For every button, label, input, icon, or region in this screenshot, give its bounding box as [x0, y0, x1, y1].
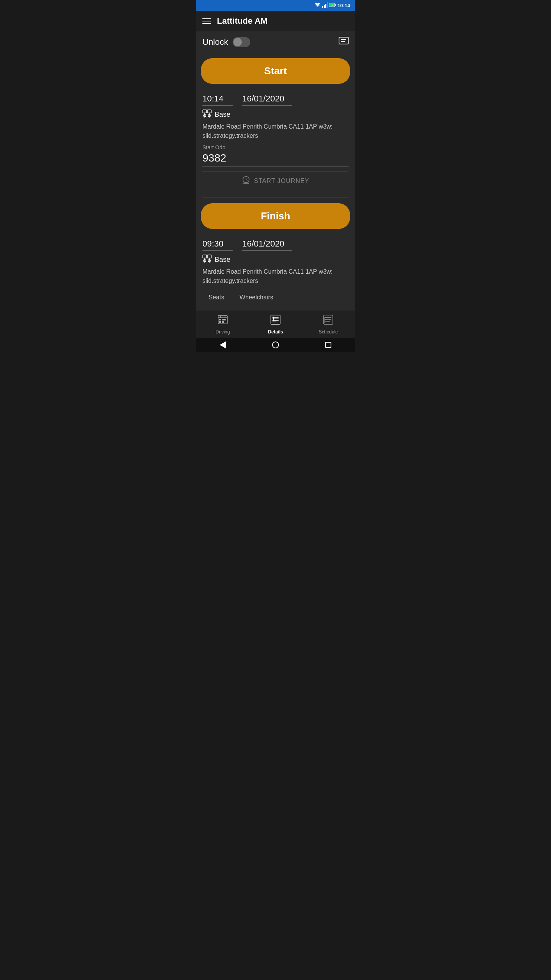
svg-rect-1	[322, 6, 323, 8]
svg-rect-12	[203, 110, 207, 113]
unlock-toggle[interactable]	[233, 37, 250, 47]
svg-rect-47	[324, 315, 333, 324]
divider-1	[202, 198, 349, 198]
finish-button[interactable]: Finish	[201, 203, 350, 229]
nav-label-driving: Driving	[215, 329, 230, 335]
battery-icon: ⚡	[329, 2, 336, 8]
nav-label-details: Details	[268, 329, 283, 335]
svg-line-20	[246, 180, 247, 180]
start-address: Mardale Road Penrith Cumbria CA11 1AP w3…	[202, 122, 349, 140]
svg-rect-37	[219, 321, 221, 323]
android-back-button[interactable]	[220, 341, 226, 348]
nav-item-driving[interactable]: Driving	[196, 314, 249, 335]
android-nav-bar	[196, 338, 355, 352]
odo-label: Start Odo	[202, 144, 349, 150]
status-bar: ⚡ 10:14	[196, 0, 355, 11]
nav-label-schedule: Schedule	[319, 329, 338, 335]
finish-time-date-row: 09:30 16/01/2020	[202, 239, 349, 251]
start-time: 10:14	[202, 94, 233, 106]
finish-date: 16/01/2020	[242, 239, 292, 251]
finish-address: Mardale Road Penrith Cumbria CA11 1AP w3…	[202, 267, 349, 286]
wheelchairs-label: Wheelchairs	[240, 294, 273, 301]
svg-rect-35	[222, 319, 224, 320]
bottom-nav: Driving Details	[196, 310, 355, 338]
odo-value: 9382	[202, 152, 349, 167]
finish-location-label: Base	[215, 256, 230, 264]
start-date: 16/01/2020	[242, 94, 292, 106]
android-home-button[interactable]	[272, 341, 279, 348]
svg-rect-4	[327, 2, 328, 8]
driving-icon	[217, 314, 228, 328]
svg-text:⚡: ⚡	[331, 4, 334, 7]
start-time-date-row: 10:14 16/01/2020	[202, 94, 349, 106]
start-location-icon	[202, 109, 212, 120]
svg-rect-34	[219, 319, 221, 320]
signal-icon	[322, 2, 328, 9]
android-recents-button[interactable]	[325, 342, 331, 348]
hamburger-line-1	[202, 18, 211, 19]
schedule-icon	[323, 314, 334, 328]
svg-rect-39	[271, 315, 280, 324]
toggle-knob	[233, 38, 242, 46]
svg-rect-36	[224, 319, 226, 320]
hamburger-menu[interactable]	[202, 18, 211, 24]
unlock-left: Unlock	[202, 37, 250, 47]
svg-rect-3	[325, 4, 326, 8]
message-icon[interactable]	[339, 37, 349, 47]
start-journey-row[interactable]: START JOURNEY	[202, 172, 349, 190]
finish-time: 09:30	[202, 239, 233, 251]
svg-rect-13	[207, 110, 211, 113]
svg-point-44	[273, 317, 274, 318]
top-bar: Lattitude AM	[196, 11, 355, 31]
svg-rect-2	[324, 5, 325, 8]
svg-point-0	[317, 7, 318, 7]
status-icons: ⚡ 10:14	[315, 2, 350, 9]
details-icon	[270, 314, 281, 328]
main-content: Start 10:14 16/01/2020 Base Mardale Road…	[196, 53, 355, 310]
wifi-icon	[315, 2, 321, 8]
app-title: Lattitude AM	[217, 16, 267, 26]
nav-item-schedule[interactable]: Schedule	[302, 314, 355, 335]
unlock-row: Unlock	[196, 31, 355, 53]
start-location-row: Base	[202, 109, 349, 120]
start-location-label: Base	[215, 111, 230, 119]
status-time: 10:14	[337, 3, 350, 8]
finish-location-row: Base	[202, 255, 349, 265]
nav-item-details[interactable]: Details	[249, 314, 302, 335]
start-section-card: 10:14 16/01/2020 Base Mardale Road Penri…	[196, 89, 355, 198]
svg-point-45	[273, 318, 274, 320]
journey-clock-icon	[242, 176, 250, 186]
finish-section-card: 09:30 16/01/2020 Base Mardale Road Penri…	[196, 234, 355, 310]
svg-rect-24	[203, 255, 207, 258]
journey-text: START JOURNEY	[254, 178, 310, 185]
finish-location-icon	[202, 255, 212, 265]
svg-point-46	[273, 320, 274, 321]
unlock-label: Unlock	[202, 37, 228, 47]
svg-rect-6	[335, 4, 336, 6]
svg-rect-25	[207, 255, 211, 258]
svg-rect-38	[222, 321, 224, 323]
svg-rect-9	[339, 37, 348, 44]
hamburger-line-3	[202, 23, 211, 24]
hamburger-line-2	[202, 21, 211, 21]
seats-label: Seats	[209, 294, 224, 301]
start-button[interactable]: Start	[201, 58, 350, 84]
seats-row: Seats Wheelchairs	[202, 289, 349, 305]
